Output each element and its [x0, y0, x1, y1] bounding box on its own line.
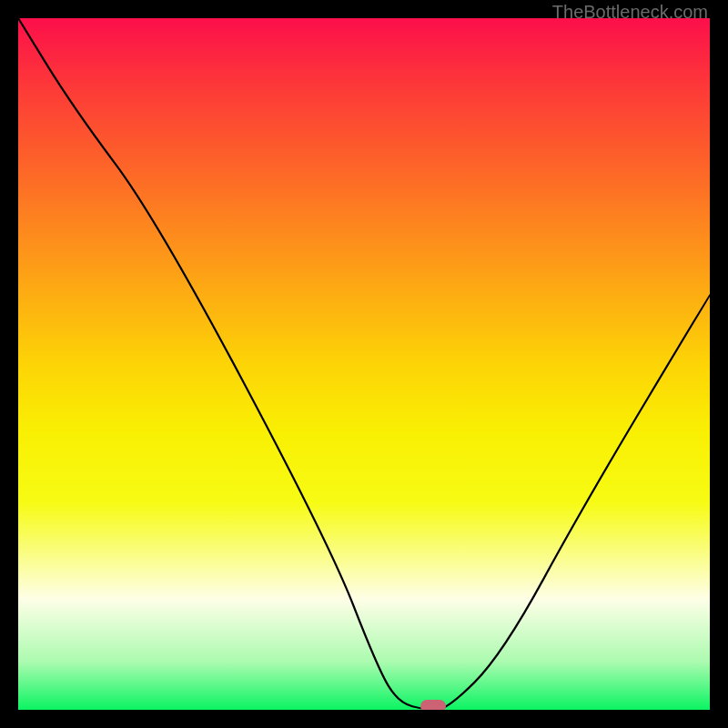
chart-line — [18, 18, 710, 710]
chart-plot-area — [18, 18, 710, 710]
chart-marker — [420, 700, 446, 710]
watermark-text: TheBottleneck.com — [552, 2, 708, 23]
